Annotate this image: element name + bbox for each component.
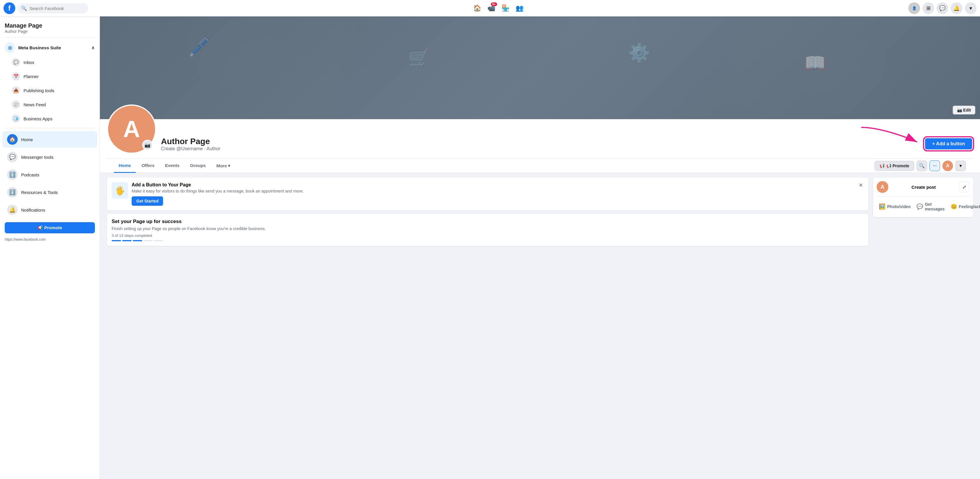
tabs-right: 📢 📢 Promote 🔍 ··· A ▾: [875, 160, 966, 171]
add-a-button[interactable]: + Add a button: [925, 138, 972, 149]
tab-more[interactable]: More ▾: [212, 159, 235, 173]
news-feed-icon: 📰: [12, 100, 20, 109]
username-line[interactable]: Create @Username · Author: [161, 146, 920, 151]
sidebar-header: Manage Page Author Page: [0, 20, 100, 35]
more-options-tab-button[interactable]: ···: [929, 160, 940, 171]
success-card-description: Finish setting up your Page so people on…: [111, 226, 864, 231]
sidebar-item-messenger-tools[interactable]: 💬 Messenger tools: [2, 149, 97, 165]
search-bar[interactable]: 🔍: [18, 3, 88, 14]
search-icon: 🔍: [21, 6, 27, 11]
planner-icon: 📅: [12, 72, 20, 81]
promote-tab-icon: 📢: [880, 163, 885, 168]
get-messages-icon: 💬: [916, 203, 923, 210]
notification-card-description: Make it easy for visitors to do things l…: [132, 189, 864, 194]
progress-bar-1: [111, 240, 121, 241]
sidebar-item-notifications[interactable]: 🔔 Notifications: [2, 201, 97, 218]
sidebar-item-news-feed[interactable]: 📰 News Feed: [2, 97, 97, 111]
main-layout: Manage Page Author Page ◎ Meta Business …: [0, 0, 980, 479]
notification-card-content: Add a Button to Your Page Make it easy f…: [132, 182, 864, 206]
notifications-icon: 🔔: [7, 205, 18, 215]
search-input[interactable]: [29, 6, 84, 11]
photo-video-icon: 🖼️: [879, 203, 885, 210]
tab-home[interactable]: Home: [114, 159, 136, 173]
cover-deco-4: 📖: [804, 52, 826, 73]
nav-profile-avatar[interactable]: 👤: [908, 2, 920, 14]
avatar-camera-button[interactable]: 📷: [142, 140, 153, 150]
page-body: 🖐️ Add a Button to Your Page Make it eas…: [100, 173, 980, 251]
get-started-button[interactable]: Get Started: [132, 197, 163, 206]
sidebar-item-home[interactable]: 🏠 Home: [2, 131, 97, 148]
nav-shop-icon[interactable]: 🏪: [498, 1, 512, 15]
create-post-expand-button[interactable]: ⤢: [959, 182, 969, 192]
nav-more-button[interactable]: ▾: [965, 2, 977, 14]
sidebar-item-podcasts[interactable]: ℹ️ Podcasts: [2, 167, 97, 183]
nav-home-icon[interactable]: 🏠: [470, 1, 484, 15]
nav-notifications-button[interactable]: 🔔: [951, 2, 963, 14]
tabs-left: Home Offers Events Groups More ▾: [114, 159, 235, 173]
create-post-feeling-action[interactable]: 😊 Feeling/activity: [948, 200, 980, 214]
profile-tab-avatar[interactable]: A: [942, 160, 953, 171]
profile-info: A 📷 Author Page Create @Username · Autho…: [107, 119, 973, 159]
profile-name: Author Page: [161, 137, 920, 146]
page-body-right: A Create post ⤢ 🖼️ Photo/video 💬 Get mes…: [873, 178, 973, 246]
meta-business-suite-icon: ◎: [5, 42, 15, 53]
create-post-photo-action[interactable]: 🖼️ Photo/video: [877, 200, 913, 214]
sidebar-url: https://www.facebook.com: [0, 236, 100, 243]
nav-video-icon[interactable]: 📹 9+: [484, 1, 498, 15]
cover-edit-button[interactable]: 📷 Edit: [953, 106, 975, 114]
tab-events[interactable]: Events: [161, 159, 184, 173]
success-card: Set your Page up for success Finish sett…: [107, 214, 869, 246]
business-apps-icon: 🧊: [12, 114, 20, 123]
search-tab-button[interactable]: 🔍: [916, 160, 927, 171]
steps-progress: 3 of 13 steps completed: [111, 233, 864, 238]
profile-text: Author Page Create @Username · Author: [161, 137, 920, 154]
cover-deco-1: 🖊️: [188, 37, 210, 58]
progress-bars: [111, 240, 864, 241]
success-card-title: Set your Page up for success: [111, 219, 864, 225]
chevron-up-icon: ∧: [91, 45, 95, 51]
cover-deco-2: 🛒: [408, 47, 430, 68]
nav-groups-icon[interactable]: 👥: [512, 1, 527, 15]
page-body-left: 🖐️ Add a Button to Your Page Make it eas…: [107, 178, 869, 246]
page-name-subtitle: Author Page: [5, 29, 95, 34]
create-post-actions: 🖼️ Photo/video 💬 Get messages 😊 Feeling/…: [877, 197, 969, 214]
profile-category: · Author: [204, 146, 220, 151]
nav-messenger-button[interactable]: 💬: [937, 2, 948, 14]
add-button-highlight-box: + Add a button: [924, 137, 973, 150]
create-post-avatar: A: [877, 181, 888, 193]
feeling-activity-label: Feeling/activity: [959, 204, 980, 209]
profile-avatar: A 📷: [107, 105, 156, 154]
promote-tab-button[interactable]: 📢 📢 Promote: [875, 161, 914, 171]
progress-bar-3: [133, 240, 142, 241]
meta-business-suite-header[interactable]: ◎ Meta Business Suite ∧: [0, 40, 100, 55]
profile-section: A 📷 Author Page Create @Username · Autho…: [100, 119, 980, 173]
sidebar-item-inbox[interactable]: 💬 Inbox: [2, 55, 97, 69]
cover-deco-3: ⚙️: [628, 42, 650, 63]
create-post-messages-action[interactable]: 💬 Get messages: [914, 200, 947, 214]
feeling-activity-icon: 😊: [951, 203, 957, 210]
facebook-logo[interactable]: f: [3, 2, 15, 14]
dropdown-tab-button[interactable]: ▾: [955, 160, 966, 171]
sidebar-item-resources-tools[interactable]: ℹ️ Resources & Tools: [2, 184, 97, 200]
create-username-link[interactable]: Create @Username: [161, 146, 203, 151]
publishing-tools-icon: 📤: [12, 86, 20, 95]
video-badge: 9+: [491, 2, 497, 6]
sidebar-divider-1: [5, 37, 95, 38]
tab-offers[interactable]: Offers: [137, 159, 159, 173]
notification-close-button[interactable]: ✕: [857, 181, 865, 189]
cover-background: 🖊️ 🛒 ⚙️ 📖: [100, 16, 980, 119]
sidebar-item-planner[interactable]: 📅 Planner: [2, 69, 97, 83]
sidebar-item-publishing-tools[interactable]: 📤 Publishing tools: [2, 83, 97, 97]
tab-groups[interactable]: Groups: [185, 159, 210, 173]
profile-actions: + Add a button: [924, 137, 973, 154]
nav-apps-button[interactable]: ⊞: [923, 2, 934, 14]
promote-button[interactable]: 📢 Promote: [5, 222, 95, 233]
sidebar-item-business-apps[interactable]: 🧊 Business Apps: [2, 111, 97, 125]
top-navigation: f 🔍 🏠 📹 9+ 🏪 👥 👤 ⊞ 💬 🔔 ▾: [0, 0, 980, 16]
manage-page-title: Manage Page: [5, 22, 95, 29]
create-post-card: A Create post ⤢ 🖼️ Photo/video 💬 Get mes…: [873, 178, 973, 217]
create-post-header: A Create post ⤢: [877, 181, 969, 193]
notification-card-title: Add a Button to Your Page: [132, 182, 864, 187]
progress-bar-4: [143, 240, 153, 241]
progress-bar-2: [122, 240, 132, 241]
